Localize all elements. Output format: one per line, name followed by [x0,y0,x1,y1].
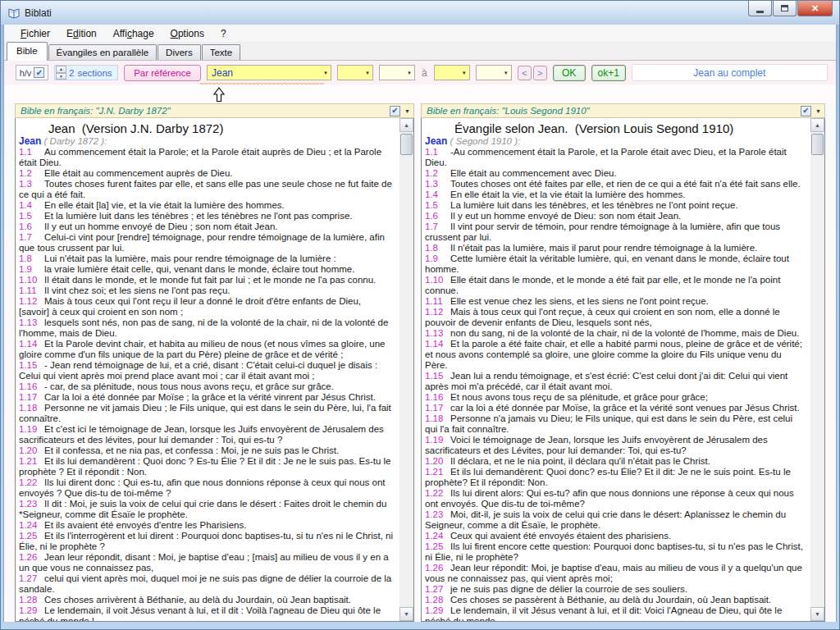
verse-number: 1.15 [425,371,450,381]
chevron-down-icon[interactable]: ▼ [365,71,370,75]
verse-number: 1.13 [19,317,44,328]
verse-text: Moi, dit-il, je suis la voix de celui qu… [425,509,786,530]
scroll-down-icon[interactable]: ▼ [810,607,824,621]
verse-from-combobox[interactable]: ▼ [379,65,415,80]
verse: 1.9la vraie lumière était celle, qui, ve… [19,264,393,275]
sections-label: sections [77,68,112,78]
next-button[interactable]: > [533,66,547,80]
verse: 1.23Moi, dit-il, je suis la voix de celu… [425,509,804,531]
verse-number: 1.1 [425,147,450,158]
sections-value: 2 [69,68,74,78]
tab-divers[interactable]: Divers [158,44,201,61]
verse-text: Elle est venue chez les siens, et les si… [450,296,709,306]
verse: 1.1-Au commencement était la Parole, et … [425,147,804,168]
verse: 1.24Et ils avaient été envoyés d'entre l… [19,520,393,531]
tab-bar: BibleÉvangiles en parallèleDiversTexte [4,43,836,61]
book-name: Jean [19,135,41,147]
book-icon [7,7,21,20]
verse-number: 1.28 [425,595,450,605]
chevron-down-icon[interactable]: ▼ [323,71,328,75]
scroll-thumb[interactable] [400,134,413,155]
verse-number: 1.16 [19,381,44,392]
verse-text: Et la parole a été faite chair, et elle … [425,339,802,370]
hv-checkbox[interactable]: ✔ [34,67,44,78]
ok-button[interactable]: OK [553,65,586,81]
menu-item-edition[interactable]: Edition [58,25,105,42]
verse-text: Au commencement était la Parole; et la P… [19,147,381,167]
verse-text: Ces choses se passèrent à Béthanie, au d… [450,595,771,605]
verse-text: Cette lumière était la véritable lumière… [425,253,789,274]
nav-buttons: < > [518,66,547,80]
verse-text: Et nous avons tous reçu de sa plénitude,… [450,392,708,402]
chapter-from-combobox[interactable]: ▼ [337,65,373,80]
verse: 1.5Et la lumière luit dans les ténèbres … [19,211,393,221]
left-version-checkbox[interactable]: ✔ [390,106,400,116]
menu-item-affichage[interactable]: Affichage [105,25,162,42]
menu-item-fichier[interactable]: Fichier [12,25,58,42]
verse-number: 1.20 [19,445,44,456]
verse-to-combobox[interactable]: ▼ [476,65,512,80]
tab-texte[interactable]: Texte [202,44,241,61]
chevron-down-icon[interactable]: ▼ [404,108,410,114]
spin-up-icon[interactable]: ▲ [56,66,66,73]
book-name: Jean [425,135,447,147]
scroll-track[interactable] [810,132,824,607]
verse-number: 1.20 [425,456,450,467]
left-scrollbar[interactable]: ▲ ▼ [399,118,413,621]
close-button[interactable]: ✕ [797,1,833,16]
right-version-checkbox[interactable]: ✔ [801,106,811,116]
verse-text: - Jean rend témoignage de lui, et a crié… [19,360,377,381]
verse-number: 1.23 [19,499,44,509]
scroll-up-icon[interactable]: ▲ [399,118,413,132]
spin-down-icon[interactable]: ▼ [56,73,66,80]
verse: 1.17Car la loi a été donnée par Moïse ; … [19,392,393,403]
app-window: Biblati ✕ FichierEditionAffichageOptions… [0,0,840,630]
menu-item-?[interactable]: ? [212,25,235,42]
reference-combobox[interactable]: Jean ▼ [207,65,331,80]
verse: 1.13non du sang, ni de la volonté de la … [425,328,804,339]
chevron-down-icon[interactable]: ▼ [462,71,467,75]
scroll-down-icon[interactable]: ▼ [399,607,413,621]
chevron-down-icon[interactable]: ▼ [815,108,821,114]
scroll-thumb[interactable] [811,134,824,155]
tab-évangiles-en-parall-le[interactable]: Évangiles en parallèle [48,44,158,61]
verse-text: Il vint pour servir de témoin, pour rend… [425,221,780,242]
selection-status: Jean au complet [632,64,828,81]
scroll-track[interactable] [399,132,413,607]
verse-number: 1.24 [19,520,44,531]
minimize-button[interactable] [748,1,772,16]
verse-number: 1.26 [19,552,44,563]
maximize-button[interactable] [773,1,797,16]
right-pane-title: Évangile selon Jean. (Version Louis Sego… [425,120,804,136]
client-area: FichierEditionAffichageOptions? BibleÉva… [3,25,837,622]
chevron-down-icon[interactable]: ▼ [504,71,509,75]
menu-bar: FichierEditionAffichageOptions? [4,25,836,43]
par-reference-button[interactable]: Par référence [124,65,201,81]
verse-number: 1.27 [19,573,44,584]
verse: 1.15- Jean rend témoignage de lui, et a … [19,360,393,381]
verse-text: Et ils l'interrogèrent et lui dirent : P… [19,531,393,551]
verse-text: non du sang, ni de la volonté de la chai… [450,328,799,338]
verse-number: 1.8 [19,253,44,264]
right-scrollbar[interactable]: ▲ ▼ [810,118,824,621]
verse-number: 1.27 [425,584,450,595]
verse: 1.16- car, de sa plénitude, nous tous no… [19,381,393,392]
ok-plus-one-button[interactable]: ok+1 [591,65,626,81]
tab-bible[interactable]: Bible [7,42,48,61]
previous-button[interactable]: < [518,66,532,80]
chapter-to-combobox[interactable]: ▼ [434,65,470,80]
verse: 1.22Ils lui dirent donc : Qui es-tu, afi… [19,477,393,499]
scroll-up-icon[interactable]: ▲ [810,118,824,132]
verse-number: 1.6 [425,211,450,221]
verse-text: Et la Parole devint chair, et habita au … [19,339,386,359]
verse-number: 1.21 [425,467,450,477]
chevron-down-icon[interactable]: ▼ [407,71,412,75]
verse: 1.11Elle est venue chez les siens, et le… [425,296,804,307]
verse: 1.11Il vint chez soi; et les siens ne l'… [19,285,393,296]
verse-text: Car la loi a été donnée par Moïse ; la g… [44,392,376,402]
verse: 1.7Celui-ci vint pour [rendre] témoignag… [19,232,393,253]
menu-item-options[interactable]: Options [162,25,212,42]
hv-toggle-group: h/v ✔ [16,65,48,80]
verse-number: 1.5 [425,200,450,211]
parallel-panes: Bible en français: "J.N. Darby 1872" ✔ ▼… [4,103,836,622]
